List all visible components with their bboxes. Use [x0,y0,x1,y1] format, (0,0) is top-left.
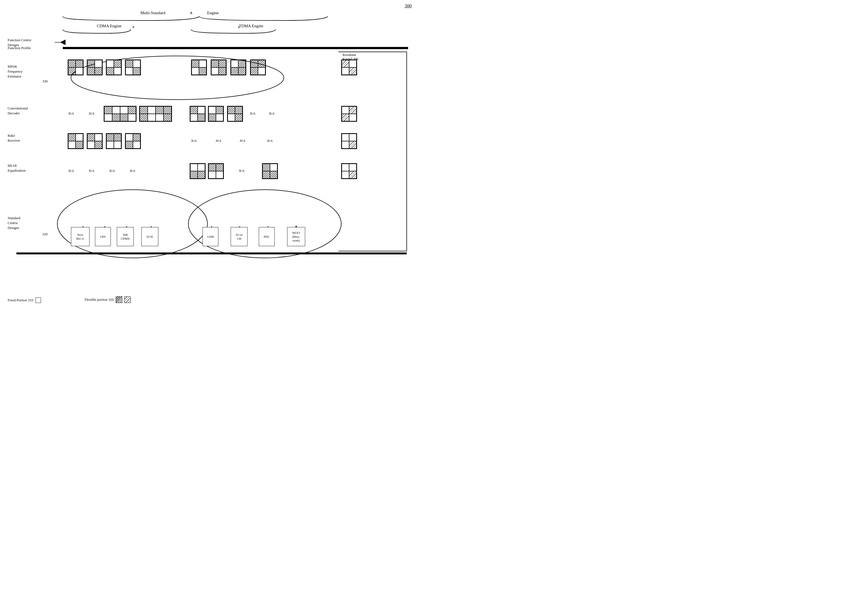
rake-na-1: N/A [191,139,197,143]
rake-cdma-block4 [125,133,141,149]
mlse-tdma-block2 [208,163,224,179]
mpsk-tdma-block1 [191,60,207,75]
svg-point-14 [188,190,341,258]
conv-tdma-block2 [208,106,224,122]
flexible-portion-label: Flexible portion 320 [85,297,114,302]
rake-na-4: N/A [267,139,273,143]
conv-cdma-block2 [139,106,172,122]
mlse-label: MLSEEqualization [8,163,26,173]
page: 300 Multi-Standard ∧ Engine CDMA Engine … [0,0,428,308]
svg-rect-10 [63,47,347,49]
rake-cdma-block2 [87,133,103,149]
rake-kernel-block [341,133,357,149]
fixed-portion-icon [35,297,41,303]
mlse-na-1: N/A [68,169,74,173]
conv-na-3: N/A [250,111,255,116]
std-box-gps: GPS [95,227,111,246]
mlse-tdma-block1 [190,163,206,179]
rake-label: RakeReceiver [8,133,20,143]
mlse-kernel-block [341,163,357,179]
standard-centric-label: StandardCentricDesigns [8,216,20,231]
mpsk-cdma-block1 [68,60,83,75]
svg-text:∧: ∧ [237,25,240,29]
flexible-icon-2 [124,296,131,303]
svg-rect-9 [63,47,346,49]
diagram-overlay: Multi-Standard ∧ Engine CDMA Engine ∧ TD… [0,0,428,308]
mpsk-cdma-block3 [106,60,122,75]
rake-na-3: N/A [240,139,245,143]
mpsk-tdma-block3 [230,60,246,75]
std-box-is54: IS-54136 [231,227,248,246]
mlse-na-4: N/A [130,169,135,173]
mpsk-ref: 330 [42,79,48,83]
conv-cdma-block1 [104,106,137,122]
mlse-tdma-block3 [262,163,278,179]
rake-cdma-block3 [106,133,122,149]
svg-rect-11 [337,47,408,49]
mlse-na-3: N/A [109,169,115,173]
std-box-pdc: PDC [259,227,275,246]
std-box-next802: Next802.11 [71,227,89,246]
svg-text:∧: ∧ [132,25,135,29]
function-profile-label: Function Profile [8,46,31,50]
svg-text:Multi-Standard: Multi-Standard [140,11,165,15]
svg-rect-12 [16,253,407,254]
svg-text:Resultant: Resultant [343,53,356,57]
conv-tdma-block1 [190,106,206,122]
std-box-next-bt: NEXT(Blue-tooth) [287,227,305,246]
std-box-is95: IS-95 [142,227,158,246]
rake-cdma-block1 [68,133,83,149]
mpsk-cdma-block4 [125,60,141,75]
svg-text:TDMA   Engine: TDMA Engine [239,24,263,28]
mlse-na-5: N/A [239,169,244,173]
fixed-portion-label: Fixed Portion 310 [8,298,33,302]
mpsk-cdma-block2 [87,60,103,75]
mpsk-tdma-block4 [250,60,266,75]
std-box-wbcdma: WBCDMA [117,227,134,246]
svg-marker-7 [60,40,66,45]
mpsk-label: MPSKFrequencyEstimator [8,64,23,79]
legend-fixed: Fixed Portion 310 [8,297,41,303]
conv-decoder-label: ConvolutionalDecoder [8,106,28,116]
ref-number-300: 300 [405,3,412,9]
rake-na-2: N/A [216,139,221,143]
svg-text:∧: ∧ [190,11,193,15]
conv-na-2: N/A [89,111,94,116]
legend-flexible: Flexible portion 320 [85,296,131,303]
conv-na-4: N/A [269,111,274,116]
standard-centric-ref: 320 [42,232,48,236]
mlse-na-2: N/A [89,169,94,173]
svg-point-13 [57,190,208,258]
svg-text:CDMA   Engine: CDMA Engine [97,24,122,28]
mpsk-kernel-block [341,60,357,75]
svg-text:Engine: Engine [207,11,219,15]
conv-tdma-block3 [227,106,243,122]
std-box-gsm: GSM [203,227,219,246]
flexible-icon-1 [116,296,122,303]
conv-na-1: N/A [68,111,74,116]
mpsk-tdma-block2 [211,60,226,75]
conv-kernel-block [341,106,357,122]
